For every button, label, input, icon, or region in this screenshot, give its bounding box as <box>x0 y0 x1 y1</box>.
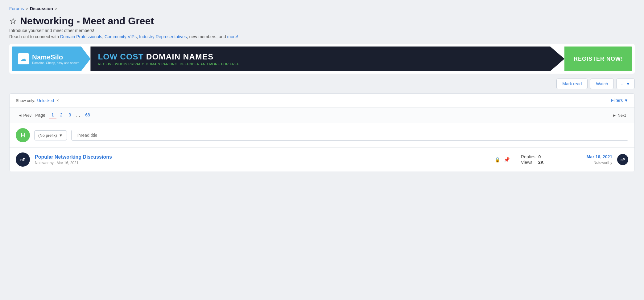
next-page-button[interactable]: ► Next <box>610 112 628 119</box>
desc-comma2: , <box>137 34 139 39</box>
link-industry-reps[interactable]: Industry Representatives <box>139 34 187 39</box>
filters-arrow-icon: ▼ <box>624 98 628 103</box>
banner-logo-name: NameSilo <box>32 53 79 61</box>
desc-comma1: , <box>102 34 105 39</box>
breadcrumb-forums[interactable]: Forums <box>9 6 24 11</box>
subline-main: WHOIS PRIVACY, DOMAIN PARKING, DEFENDER … <box>115 62 221 66</box>
forum-subtitle: Introduce yourself and meet other member… <box>9 28 635 33</box>
pagination-bar: ◄ Prev Page 1 2 3 … 68 ► Next <box>10 107 634 123</box>
banner-headline: LOW COST DOMAIN NAMES <box>98 52 550 62</box>
forum-description: Reach out to connect with Domain Profess… <box>9 34 635 39</box>
banner-cta[interactable]: REGISTER NOW! <box>564 47 632 71</box>
banner-subline: RECEIVE WHOIS PRIVACY, DOMAIN PARKING, D… <box>98 62 550 66</box>
views-label: Views: <box>521 160 536 165</box>
watch-button[interactable]: Watch <box>590 79 614 89</box>
more-label: ··· <box>621 81 625 86</box>
thread-date-col: Mar 16, 2021 Noteworthy <box>563 154 612 165</box>
page-1-link[interactable]: 1 <box>49 111 56 119</box>
link-more[interactable]: more! <box>227 34 238 39</box>
views-stat: Views: 2K <box>521 160 558 165</box>
thread-last-date[interactable]: Mar 16, 2021 <box>587 154 612 159</box>
thread-meta: Noteworthy · Mar 16, 2021 <box>35 161 483 165</box>
breadcrumb-sep2: > <box>55 6 57 11</box>
desc-suffix1: , new members, and <box>187 34 227 39</box>
prefix-selector[interactable]: (No prefix) ▼ <box>34 130 67 140</box>
page-last-link[interactable]: 68 <box>83 111 93 119</box>
thread-last-poster-avatar[interactable]: nP <box>617 154 628 165</box>
replies-stat: Replies: 0 <box>521 154 558 159</box>
filters-button[interactable]: Filters ▼ <box>611 98 628 103</box>
filters-label: Filters <box>611 98 623 103</box>
thread-title-link[interactable]: Popular Networking Discussions <box>35 154 483 160</box>
replies-label: Replies: <box>521 154 537 159</box>
thread-author: Noteworthy <box>35 161 54 165</box>
thread-info: Popular Networking Discussions Noteworth… <box>35 154 483 165</box>
link-community-vips[interactable]: Community VIPs <box>105 34 137 39</box>
thread-list-container: Show only: Unlocked × Filters ▼ ◄ Prev P… <box>9 93 635 172</box>
filter-unlocked-value: Unlocked <box>37 98 54 103</box>
more-button[interactable]: ··· ▼ <box>616 79 635 89</box>
forum-header: ☆ Networking - Meet and Greet Introduce … <box>9 15 635 39</box>
thread-meta-separator: · <box>55 161 57 165</box>
subline-green: FOR FREE! <box>221 62 241 66</box>
thread-stats: Replies: 0 Views: 2K <box>521 154 558 165</box>
description-prefix: Reach out to connect with <box>9 34 60 39</box>
page-label: Page <box>35 113 45 118</box>
prev-page-button[interactable]: ◄ Prev <box>16 112 34 119</box>
headline-colored: LOW COST <box>98 52 146 61</box>
lock-icon: 🔒 <box>494 157 501 163</box>
filter-remove-button[interactable]: × <box>56 98 59 103</box>
breadcrumb-sep1: > <box>26 6 28 11</box>
page-3-link[interactable]: 3 <box>66 111 74 119</box>
banner-middle: LOW COST DOMAIN NAMES RECEIVE WHOIS PRIV… <box>90 47 564 71</box>
star-icon[interactable]: ☆ <box>9 17 17 26</box>
current-user-avatar: H <box>16 128 30 142</box>
page-ellipsis: … <box>75 111 81 119</box>
banner-cta-text: REGISTER NOW! <box>574 56 623 62</box>
pagination-nav: ◄ Prev Page 1 2 3 … 68 <box>16 111 93 119</box>
subline-prefix: RECEIVE <box>98 62 115 66</box>
prefix-label: (No prefix) <box>38 133 57 138</box>
thread-last-author: Noteworthy <box>593 160 612 165</box>
banner-logo-tagline: Domains. Cheap, easy and secure <box>32 61 79 65</box>
action-bar: Mark read Watch ··· ▼ <box>9 79 635 89</box>
thread-author-avatar[interactable]: nP <box>16 152 30 167</box>
pin-icon: 📌 <box>504 157 510 163</box>
prefix-arrow-icon: ▼ <box>59 133 63 138</box>
thread-date-meta: Mar 16, 2021 <box>57 161 79 165</box>
table-row: nP Popular Networking Discussions Notewo… <box>10 148 634 172</box>
active-filter: Show only: Unlocked × <box>16 98 59 103</box>
mark-read-button[interactable]: Mark read <box>556 79 588 89</box>
banner-ad[interactable]: ☁ NameSilo Domains. Cheap, easy and secu… <box>9 44 635 74</box>
filter-show-only-label: Show only: <box>16 98 35 103</box>
thread-create-row: H (No prefix) ▼ <box>10 123 634 148</box>
namesilo-icon: ☁ <box>18 53 29 64</box>
filter-bar: Show only: Unlocked × Filters ▼ <box>10 94 634 107</box>
forum-title: Networking - Meet and Greet <box>20 15 154 27</box>
page-2-link[interactable]: 2 <box>58 111 65 119</box>
breadcrumb-discussion[interactable]: Discussion <box>30 6 53 11</box>
more-arrow-icon: ▼ <box>626 81 630 86</box>
thread-title-input[interactable] <box>71 130 628 141</box>
headline-white: DOMAIN NAMES <box>146 52 214 61</box>
views-value: 2K <box>538 160 544 165</box>
link-domain-professionals[interactable]: Domain Professionals <box>60 34 102 39</box>
banner-logo-text: NameSilo Domains. Cheap, easy and secure <box>32 53 79 65</box>
banner-left: ☁ NameSilo Domains. Cheap, easy and secu… <box>12 47 90 71</box>
breadcrumb: Forums > Discussion > <box>9 6 635 11</box>
thread-icons: 🔒 📌 <box>488 157 516 163</box>
replies-value: 0 <box>539 154 541 159</box>
